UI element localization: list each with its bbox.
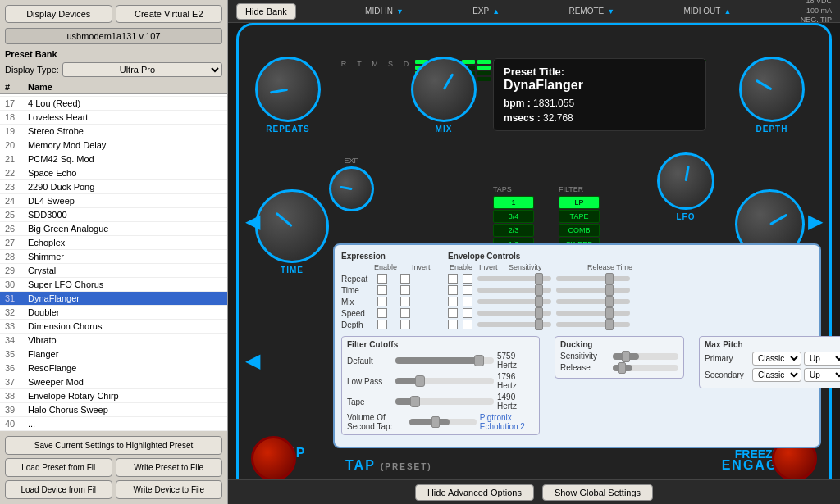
expression-section: Expression Enable Invert Repeat Time — [341, 252, 440, 331]
duck-release-slider[interactable] — [613, 365, 678, 371]
preset-item[interactable]: 28Shimmer — [0, 250, 227, 264]
preset-item[interactable]: 21PCM42 Sq. Mod — [0, 152, 227, 166]
preset-item[interactable]: 37Sweeper Mod — [0, 375, 227, 389]
preset-item[interactable]: 39Halo Chorus Sweep — [0, 403, 227, 417]
preset-item[interactable]: 40... — [0, 417, 227, 431]
max-pitch-secondary-select2[interactable]: UpDown — [804, 368, 840, 382]
preset-item[interactable]: 35Flanger — [0, 347, 227, 361]
expr-depth-invert[interactable] — [400, 320, 410, 329]
create-virtual-button[interactable]: Create Virtual E2 — [116, 5, 223, 23]
jump-red-button[interactable] — [251, 436, 296, 481]
tap-3-4[interactable]: 3/4 — [493, 210, 534, 223]
save-preset-button[interactable]: Save Current Settings to Highlighted Pre… — [5, 436, 222, 455]
preset-item[interactable]: 36ResoFlange — [0, 361, 227, 375]
env-repeat-enable[interactable] — [448, 274, 458, 284]
expr-time-enable[interactable] — [377, 285, 387, 295]
env-speed-enable[interactable] — [448, 308, 458, 318]
power-info: 18 VDC100 mANEG. TIP — [801, 0, 832, 25]
hide-bank-button[interactable]: Hide Bank — [236, 3, 296, 20]
write-preset-button[interactable]: Write Preset to File — [116, 458, 223, 477]
hide-advanced-button[interactable]: Hide Advanced Options — [415, 484, 534, 501]
max-pitch-title: Max Pitch — [705, 340, 840, 349]
env-time-sensitivity[interactable] — [477, 288, 551, 293]
preset-item[interactable]: 27Echoplex — [0, 236, 227, 250]
repeats-knob[interactable] — [255, 57, 321, 122]
write-device-button[interactable]: Write Device to File — [116, 480, 223, 499]
duck-sensitivity-slider[interactable] — [613, 353, 678, 360]
preset-item[interactable]: 22Space Echo — [0, 166, 227, 180]
exp-knob[interactable] — [329, 166, 374, 211]
preset-item[interactable]: 30Super LFO Chorus — [0, 278, 227, 292]
nav-right-top-arrow[interactable]: ▶ — [808, 210, 823, 233]
env-repeat-sensitivity[interactable] — [477, 276, 551, 281]
env-mix-invert[interactable] — [463, 297, 472, 306]
expr-mix-invert[interactable] — [400, 297, 410, 306]
fc-tape-slider[interactable] — [395, 398, 494, 405]
max-pitch-primary-select2[interactable]: UpDown — [804, 352, 840, 366]
filter-tape[interactable]: TAPE — [559, 210, 600, 223]
depth-knob[interactable] — [739, 57, 805, 122]
preset-item[interactable]: 32Doubler — [0, 306, 227, 320]
env-time-release[interactable] — [556, 288, 630, 293]
preset-item[interactable]: 34Vibrato — [0, 334, 227, 347]
pigtronix-link[interactable]: Pigtronix Echolution 2 — [480, 413, 534, 431]
expr-depth-enable[interactable] — [377, 320, 387, 329]
ducking-section: Ducking Sensitivity Release — [555, 336, 684, 379]
env-speed-sensitivity[interactable] — [477, 311, 551, 316]
expr-repeat-invert[interactable] — [400, 274, 410, 284]
env-time-enable[interactable] — [448, 285, 458, 295]
env-depth-invert[interactable] — [463, 320, 472, 329]
filter-comb[interactable]: COMB — [559, 224, 600, 237]
nav-left-bottom-arrow[interactable]: ◀ — [245, 349, 260, 372]
env-time-invert[interactable] — [463, 285, 472, 295]
expr-time-invert[interactable] — [400, 285, 410, 295]
expr-repeat-enable[interactable] — [377, 274, 387, 284]
preset-item[interactable]: 33Dimension Chorus — [0, 320, 227, 334]
env-depth-sensitivity[interactable] — [477, 322, 551, 327]
tap-2-3[interactable]: 2/3 — [493, 224, 534, 237]
preset-item[interactable]: 18Loveless Heart — [0, 111, 227, 125]
preset-item[interactable]: 25SDD3000 — [0, 208, 227, 222]
env-mix-release[interactable] — [556, 299, 630, 304]
filter-lp[interactable]: LP — [559, 196, 600, 209]
preset-item[interactable]: 232290 Duck Pong — [0, 180, 227, 194]
preset-item[interactable]: 20Memory Mod Delay — [0, 138, 227, 152]
tap-button[interactable]: TAP (PRESET) — [345, 458, 432, 473]
env-speed-invert[interactable] — [463, 308, 472, 318]
expression-title: Expression — [341, 252, 440, 261]
preset-item[interactable]: 38Envelope Rotary Chirp — [0, 389, 227, 403]
show-global-button[interactable]: Show Global Settings — [542, 484, 653, 501]
tap-1[interactable]: 1 — [493, 196, 534, 209]
env-mix-enable[interactable] — [448, 297, 458, 306]
max-pitch-secondary-select1[interactable]: ClassicModern — [752, 368, 801, 382]
lfo-knob[interactable] — [657, 152, 714, 210]
expr-mix-enable[interactable] — [377, 297, 387, 306]
load-device-button[interactable]: Load Device from Fil — [5, 480, 112, 499]
volume-second-tap-slider[interactable] — [409, 419, 477, 425]
env-mix-sensitivity[interactable] — [477, 299, 551, 304]
mix-knob-area: MIX — [411, 57, 477, 134]
env-speed-release[interactable] — [556, 311, 630, 316]
nav-left-top-arrow[interactable]: ◀ — [245, 210, 260, 233]
preset-item[interactable]: 19Stereo Strobe — [0, 125, 227, 138]
env-repeat-release[interactable] — [556, 276, 630, 281]
display-type-select[interactable]: Ultra Pro Standard Custom — [62, 62, 222, 77]
expr-speed-enable[interactable] — [377, 308, 387, 318]
env-depth-enable[interactable] — [448, 320, 458, 329]
preset-item[interactable]: 174 Lou (Reed) — [0, 97, 227, 111]
time-knob[interactable] — [255, 189, 329, 263]
preset-item[interactable]: 24DL4 Sweep — [0, 194, 227, 208]
preset-item[interactable]: 29Crystal — [0, 264, 227, 278]
top-bar: Hide Bank MIDI IN ▼ EXP ▲ REMOTE ▼ MIDI … — [228, 0, 840, 23]
preset-item[interactable]: 26Big Green Analogue — [0, 222, 227, 236]
preset-item[interactable]: 31DynaFlanger — [0, 292, 227, 306]
fc-default-slider[interactable] — [395, 357, 494, 364]
mix-knob[interactable] — [411, 57, 477, 122]
max-pitch-primary-select1[interactable]: ClassicModern — [752, 352, 801, 366]
display-devices-button[interactable]: Display Devices — [5, 5, 112, 23]
fc-lowpass-slider[interactable] — [395, 378, 494, 384]
env-repeat-invert[interactable] — [463, 274, 472, 284]
expr-speed-invert[interactable] — [400, 308, 410, 318]
env-depth-release[interactable] — [556, 322, 630, 327]
load-preset-button[interactable]: Load Preset from Fil — [5, 458, 112, 477]
